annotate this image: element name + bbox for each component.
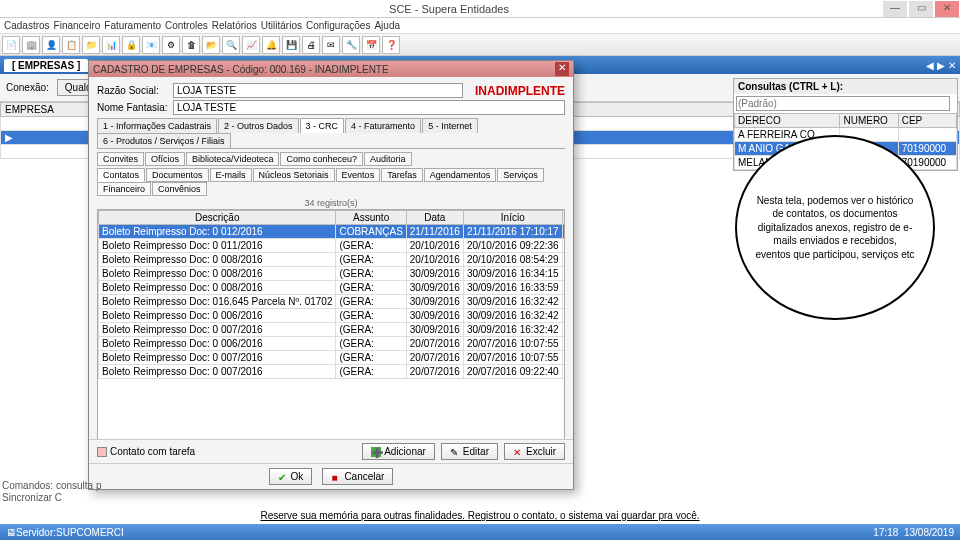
consultas-input[interactable] [736, 96, 950, 111]
col-header[interactable]: CEP [898, 114, 956, 128]
ok-button[interactable]: ✔Ok [269, 468, 313, 485]
toolbar-button[interactable]: 📧 [142, 36, 160, 54]
status-time: 17:18 [873, 527, 898, 538]
subtab[interactable]: Agendamentos [424, 168, 497, 182]
close-button[interactable]: ✕ [935, 1, 959, 17]
menu-item[interactable]: Financeiro [54, 20, 101, 31]
toolbar-button[interactable]: 🏢 [22, 36, 40, 54]
table-row[interactable]: Boleto Reimpresso Doc: 0 012/2016COBRANÇ… [99, 225, 566, 239]
table-row[interactable]: Boleto Reimpresso Doc: 0 008/2016(GERA:2… [99, 253, 566, 267]
status-badge: INADIMPLENTE [475, 84, 565, 98]
pencil-icon: ✎ [450, 447, 460, 457]
menu-item[interactable]: Cadastros [4, 20, 50, 31]
sub-tabs-row1: Convites Ofícios Biblioteca/Videoteca Co… [97, 152, 565, 166]
tab-nav[interactable]: ◀ ▶ ✕ [926, 60, 956, 71]
subtab[interactable]: Como conheceu? [280, 152, 363, 166]
add-button[interactable]: ➕Adicionar [362, 443, 435, 460]
panel-header: Consultas (CTRL + L): [734, 79, 957, 94]
subtab[interactable]: Documentos [146, 168, 209, 182]
subtab[interactable]: Serviços [497, 168, 544, 182]
col-header[interactable]: Início [463, 211, 562, 225]
subtab[interactable]: Núcleos Setoriais [253, 168, 335, 182]
razao-input[interactable] [173, 83, 463, 98]
modal-close-button[interactable]: ✕ [555, 62, 569, 76]
subtab[interactable]: Biblioteca/Videoteca [186, 152, 279, 166]
toolbar-button[interactable]: 📈 [242, 36, 260, 54]
window-title: SCE - Supera Entidades [16, 3, 882, 15]
cancel-button[interactable]: ■Cancelar [322, 468, 393, 485]
toolbar-button[interactable]: 📁 [82, 36, 100, 54]
table-row[interactable]: Boleto Reimpresso Doc: 0 006/2016(GERA:2… [99, 337, 566, 351]
table-row[interactable]: Boleto Reimpresso Doc: 016.645 Parcela N… [99, 295, 566, 309]
subtab[interactable]: E-mails [210, 168, 252, 182]
toolbar-button[interactable]: 📂 [202, 36, 220, 54]
lower-commands: Comandos: consulta p Sincronizar C [2, 479, 102, 504]
status-date: 13/08/2019 [904, 527, 954, 538]
toolbar-button[interactable]: ✉ [322, 36, 340, 54]
subtab[interactable]: Tarefas [381, 168, 423, 182]
subtab[interactable]: Eventos [336, 168, 381, 182]
tab-crc[interactable]: 3 - CRC [300, 118, 345, 133]
minimize-button[interactable]: — [883, 1, 907, 17]
contato-tarefa-checkbox[interactable]: Contato com tarefa [97, 446, 195, 457]
toolbar-button[interactable]: 🔒 [122, 36, 140, 54]
tab-empresas[interactable]: [ EMPRESAS ] [4, 59, 88, 72]
menu-item[interactable]: Ajuda [374, 20, 400, 31]
menu-item[interactable]: Faturamento [104, 20, 161, 31]
toolbar-button[interactable]: ❓ [382, 36, 400, 54]
fantasia-input[interactable] [173, 100, 565, 115]
toolbar-button[interactable]: 🔔 [262, 36, 280, 54]
col-header[interactable]: Assunto [336, 211, 406, 225]
menu-item[interactable]: Utilitários [261, 20, 302, 31]
toolbar-button[interactable]: 📋 [62, 36, 80, 54]
tab-faturamento[interactable]: 4 - Faturamento [345, 118, 421, 133]
col-header[interactable]: Descrição [99, 211, 336, 225]
callout-ellipse: Nesta tela, podemos ver o histórico de c… [735, 135, 935, 320]
tab-outros[interactable]: 2 - Outros Dados [218, 118, 299, 133]
col-header[interactable]: Fim Contato [562, 211, 565, 225]
statusbar: 🖥 Servidor: SUPCOMERCI 17:18 13/08/2019 [0, 524, 960, 540]
menu-item[interactable]: Relatórios [212, 20, 257, 31]
toolbar-button[interactable]: 💾 [282, 36, 300, 54]
sub-tabs-row2: Contatos Documentos E-mails Núcleos Seto… [97, 168, 565, 196]
col-header[interactable]: DERECO [735, 114, 840, 128]
subtab[interactable]: Auditoria [364, 152, 412, 166]
tab-info[interactable]: 1 - Informações Cadastrais [97, 118, 217, 133]
delete-button[interactable]: ✕Excluir [504, 443, 565, 460]
table-row[interactable]: Boleto Reimpresso Doc: 0 007/2016(GERA:3… [99, 323, 566, 337]
cancel-icon: ■ [331, 472, 341, 482]
table-row[interactable]: Boleto Reimpresso Doc: 0 006/2016(GERA:3… [99, 309, 566, 323]
toolbar-button[interactable]: ⚙ [162, 36, 180, 54]
table-row[interactable]: Boleto Reimpresso Doc: 0 007/2016(GERA:2… [99, 365, 566, 379]
tab-produtos[interactable]: 6 - Produtos / Serviços / Filiais [97, 133, 231, 148]
toolbar-button[interactable]: 🗑 [182, 36, 200, 54]
subtab[interactable]: Convênios [152, 182, 207, 196]
table-row[interactable]: Boleto Reimpresso Doc: 0 007/2016(GERA:2… [99, 351, 566, 365]
edit-button[interactable]: ✎Editar [441, 443, 498, 460]
table-row[interactable]: Boleto Reimpresso Doc: 0 008/2016(GERA:3… [99, 267, 566, 281]
table-row[interactable]: Boleto Reimpresso Doc: 0 008/2016(GERA:3… [99, 281, 566, 295]
col-header[interactable]: Data [406, 211, 463, 225]
menu-item[interactable]: Controles [165, 20, 208, 31]
tab-internet[interactable]: 5 - Internet [422, 118, 478, 133]
subtab[interactable]: Convites [97, 152, 144, 166]
server-icon: 🖥 [6, 527, 16, 538]
col-header[interactable]: NUMERO [840, 114, 898, 128]
toolbar-button[interactable]: 📊 [102, 36, 120, 54]
crud-row: Contato com tarefa ➕Adicionar ✎Editar ✕E… [89, 439, 573, 463]
subtab[interactable]: Ofícios [145, 152, 185, 166]
subtab-contatos[interactable]: Contatos [97, 168, 145, 182]
subtab[interactable]: Financeiro [97, 182, 151, 196]
toolbar-button[interactable]: 📅 [362, 36, 380, 54]
server-name: SUPCOMERCI [56, 527, 124, 538]
toolbar-button[interactable]: 👤 [42, 36, 60, 54]
table-row[interactable]: Boleto Reimpresso Doc: 0 011/2016(GERA:2… [99, 239, 566, 253]
toolbar-button[interactable]: 🖨 [302, 36, 320, 54]
contatos-grid[interactable]: DescriçãoAssuntoDataInícioFim ContatoTip… [97, 209, 565, 459]
menu-item[interactable]: Configurações [306, 20, 370, 31]
toolbar-button[interactable]: 📄 [2, 36, 20, 54]
toolbar-button[interactable]: 🔍 [222, 36, 240, 54]
main-inner-tabs: 1 - Informações Cadastrais 2 - Outros Da… [97, 118, 565, 149]
maximize-button[interactable]: ▭ [909, 1, 933, 17]
toolbar-button[interactable]: 🔧 [342, 36, 360, 54]
